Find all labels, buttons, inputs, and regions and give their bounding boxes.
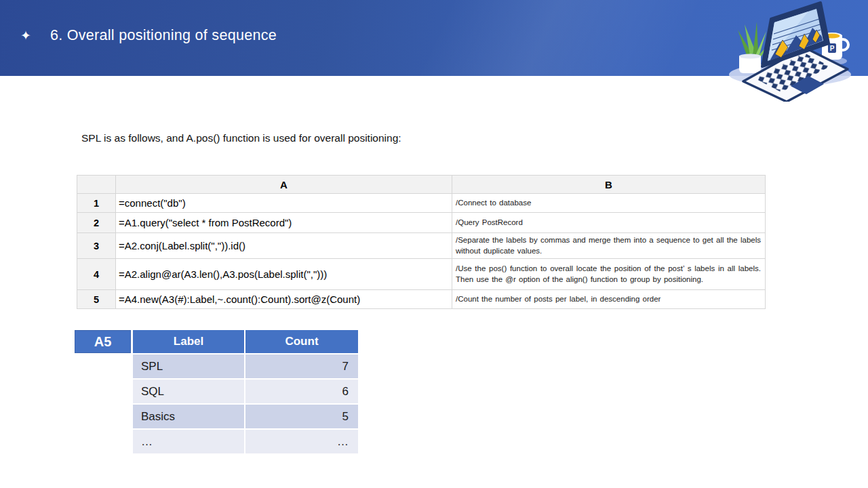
spl-header-row: A B xyxy=(77,176,766,194)
code-cell: =A2.align@ar(A3.len(),A3.pos(Label.split… xyxy=(116,259,452,290)
row-number: 5 xyxy=(77,290,116,309)
row-number: 1 xyxy=(77,194,116,213)
result-count-cell: 5 xyxy=(245,405,358,428)
comment-cell: /Use the pos() function to overall locat… xyxy=(452,259,766,290)
column-header-a: A xyxy=(116,176,452,194)
title-row: ✦ 6. Overall positioning of sequence xyxy=(20,27,277,44)
table-row: 2 =A1.query("select * from PostRecord") … xyxy=(77,213,766,233)
table-row: 5 =A4.new(A3(#):Label,~.count():Count).s… xyxy=(77,290,766,309)
spl-code-table: A B 1 =connect("db") /Connect to databas… xyxy=(77,175,766,309)
comment-cell: /Separate the labels by commas and merge… xyxy=(452,233,766,259)
slide: ✦ 6. Overall positioning of sequence xyxy=(0,0,868,488)
code-cell: =A1.query("select * from PostRecord") xyxy=(116,213,452,233)
star-bullet-icon: ✦ xyxy=(20,29,31,42)
comment-cell: /Count the number of posts per label, in… xyxy=(452,290,766,309)
corner-cell xyxy=(77,176,116,194)
code-cell: =connect("db") xyxy=(116,194,452,213)
result-count-cell: 7 xyxy=(245,354,358,378)
code-cell: =A2.conj(Label.split(",")).id() xyxy=(116,233,452,259)
cell-ref-badge: A5 xyxy=(75,330,131,353)
comment-cell: /Query PostRecord xyxy=(452,213,766,233)
result-count-cell: … xyxy=(245,430,358,453)
result-label-cell: … xyxy=(133,430,244,453)
row-number: 3 xyxy=(77,233,116,259)
result-label-cell: Basics xyxy=(133,405,244,428)
result-label-cell: SPL xyxy=(133,354,244,378)
table-row: 4 =A2.align@ar(A3.len(),A3.pos(Label.spl… xyxy=(77,259,766,290)
mug-logo: P xyxy=(830,45,835,52)
result-header-count: Count xyxy=(245,330,358,353)
row-number: 2 xyxy=(77,213,116,233)
result-count-cell: 6 xyxy=(245,380,358,403)
table-row: 1 =connect("db") /Connect to database xyxy=(77,194,766,213)
result-table: Label Count SPL 7 SQL 6 Basics 5 … … xyxy=(133,330,358,453)
comment-cell: /Connect to database xyxy=(452,194,766,213)
page-title: 6. Overall positioning of sequence xyxy=(50,27,277,44)
code-cell: =A4.new(A3(#):Label,~.count():Count).sor… xyxy=(116,290,452,309)
result-header-label: Label xyxy=(133,330,244,353)
laptop-illustration: P xyxy=(705,0,851,102)
intro-text: SPL is as follows, and A.pos() function … xyxy=(81,132,401,144)
table-row: 3 =A2.conj(Label.split(",")).id() /Separ… xyxy=(77,233,766,259)
column-header-b: B xyxy=(452,176,766,194)
result-label-cell: SQL xyxy=(133,380,244,403)
row-number: 4 xyxy=(77,259,116,290)
